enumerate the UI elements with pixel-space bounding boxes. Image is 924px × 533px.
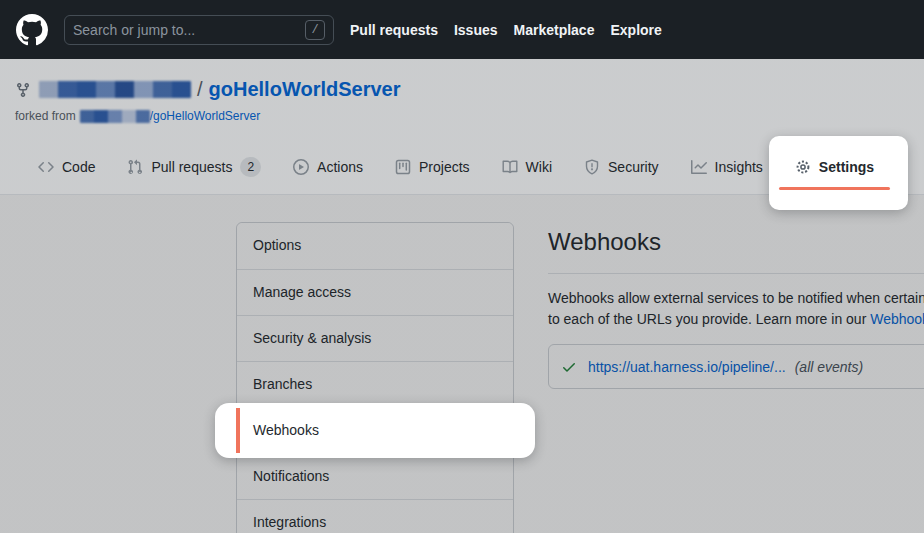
title-divider	[548, 273, 924, 274]
repo-tab-bar: Code Pull requests 2 Actions Projects Wi…	[22, 140, 924, 194]
tab-security[interactable]: Security	[568, 140, 675, 194]
book-icon	[502, 159, 518, 175]
webhook-list-item: https://uat.harness.io/pipeline/... (all…	[548, 344, 924, 389]
settings-content: Options Manage access Security & analysi…	[0, 195, 924, 533]
pull-request-icon	[127, 159, 143, 175]
tab-actions[interactable]: Actions	[277, 140, 379, 194]
repo-forked-icon	[15, 82, 31, 98]
webhook-url-link[interactable]: https://uat.harness.io/pipeline/...	[588, 359, 786, 375]
page-body: / goHelloWorldServer forked from /goHell…	[0, 59, 924, 533]
tab-wiki[interactable]: Wiki	[486, 140, 568, 194]
webhook-events-label: (all events)	[795, 359, 863, 375]
top-navbar: / Pull requests Issues Marketplace Explo…	[0, 0, 924, 59]
shield-icon	[584, 159, 600, 175]
settings-sidebar: Options Manage access Security & analysi…	[236, 222, 514, 533]
tab-settings[interactable]: Settings	[779, 140, 890, 194]
play-circle-icon	[293, 159, 309, 175]
navbar-links: Pull requests Issues Marketplace Explore	[350, 22, 662, 38]
sidebar-item-notifications[interactable]: Notifications	[237, 453, 513, 499]
page-title: Webhooks	[548, 228, 924, 256]
sidebar-item-webhooks[interactable]: Webhooks	[237, 407, 513, 453]
global-search[interactable]: /	[64, 15, 334, 45]
nav-link-pull-requests[interactable]: Pull requests	[350, 22, 438, 38]
repo-name-link[interactable]: goHelloWorldServer	[209, 78, 401, 101]
repo-header: / goHelloWorldServer forked from /goHell…	[0, 59, 924, 195]
pull-requests-count-badge: 2	[240, 157, 261, 177]
graph-icon	[691, 159, 707, 175]
forked-from-label: forked from	[15, 109, 76, 123]
webhooks-guide-link[interactable]: Webhooks Guide	[870, 311, 924, 327]
tab-insights[interactable]: Insights	[675, 140, 779, 194]
sidebar-item-manage-access[interactable]: Manage access	[237, 269, 513, 315]
nav-link-marketplace[interactable]: Marketplace	[514, 22, 595, 38]
github-logo-icon[interactable]	[16, 14, 48, 46]
sidebar-item-security-analysis[interactable]: Security & analysis	[237, 315, 513, 361]
gear-icon	[795, 159, 811, 175]
repo-title: / goHelloWorldServer	[15, 78, 400, 101]
nav-link-issues[interactable]: Issues	[454, 22, 498, 38]
upstream-repo-link[interactable]: /goHelloWorldServer	[150, 109, 261, 123]
webhooks-panel: Webhooks Webhooks allow external service…	[548, 195, 924, 389]
webhooks-description: Webhooks allow external services to be n…	[548, 288, 924, 330]
code-icon	[38, 159, 54, 175]
tab-pull-requests[interactable]: Pull requests 2	[111, 140, 277, 194]
project-board-icon	[395, 159, 411, 175]
redacted-upstream-owner	[80, 110, 150, 123]
repo-separator: /	[197, 78, 203, 101]
selected-tab-underline	[779, 187, 890, 190]
slash-shortcut-key: /	[305, 20, 325, 40]
search-input[interactable]	[73, 22, 305, 38]
tab-projects[interactable]: Projects	[379, 140, 486, 194]
check-icon	[561, 359, 577, 375]
forked-from-line: forked from /goHelloWorldServer	[15, 109, 260, 123]
tab-code[interactable]: Code	[22, 140, 111, 194]
sidebar-item-options[interactable]: Options	[237, 223, 513, 269]
sidebar-item-branches[interactable]: Branches	[237, 361, 513, 407]
redacted-owner-name	[39, 81, 191, 98]
nav-link-explore[interactable]: Explore	[610, 22, 661, 38]
sidebar-item-integrations[interactable]: Integrations	[237, 499, 513, 533]
